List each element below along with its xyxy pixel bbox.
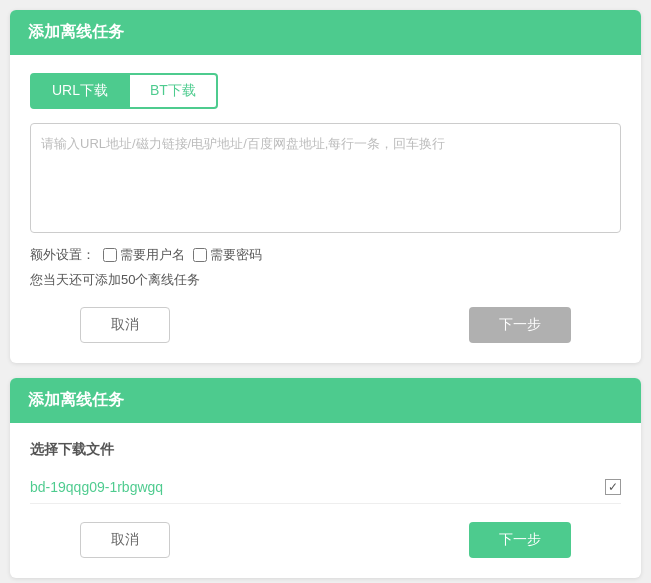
card1-btn-row: 取消 下一步 [30,307,621,343]
card-header-1: 添加离线任务 [10,10,641,55]
card2-btn-row: 取消 下一步 [30,522,621,558]
need-password-text: 需要密码 [210,246,262,264]
card-add-offline-task-1: 添加离线任务 URL下载 BT下载 额外设置： 需要用户名 需要密码 [10,10,641,363]
card-header-2: 添加离线任务 [10,378,641,423]
task-limit-text: 您当天还可添加50个离线任务 [30,271,621,289]
card-add-offline-task-2: 添加离线任务 选择下载文件 bd-19qqg09-1rbgwgq 取消 下一步 [10,378,641,578]
extra-settings-row: 额外设置： 需要用户名 需要密码 [30,246,621,264]
card2-next-button[interactable]: 下一步 [469,522,571,558]
card-body-1: URL下载 BT下载 额外设置： 需要用户名 需要密码 您当天还可添加50个离线… [10,55,641,363]
page-wrapper: 添加离线任务 URL下载 BT下载 额外设置： 需要用户名 需要密码 [0,0,651,583]
need-password-label[interactable]: 需要密码 [193,246,262,264]
tab-bt-download[interactable]: BT下载 [130,73,218,109]
url-input-textarea[interactable] [30,123,621,233]
card2-cancel-button[interactable]: 取消 [80,522,170,558]
file-select-checkbox[interactable] [605,479,621,495]
need-password-checkbox[interactable] [193,248,207,262]
file-row: bd-19qqg09-1rbgwgq [30,471,621,504]
file-name: bd-19qqg09-1rbgwgq [30,479,163,495]
need-username-checkbox[interactable] [103,248,117,262]
card-body-2: 选择下载文件 bd-19qqg09-1rbgwgq 取消 下一步 [10,423,641,578]
card1-next-button[interactable]: 下一步 [469,307,571,343]
need-username-text: 需要用户名 [120,246,185,264]
tab-url-download[interactable]: URL下载 [30,73,130,109]
extra-settings-label: 额外设置： [30,246,95,264]
need-username-label[interactable]: 需要用户名 [103,246,185,264]
tab-group: URL下载 BT下载 [30,73,621,109]
select-file-label: 选择下载文件 [30,441,621,459]
card1-cancel-button[interactable]: 取消 [80,307,170,343]
